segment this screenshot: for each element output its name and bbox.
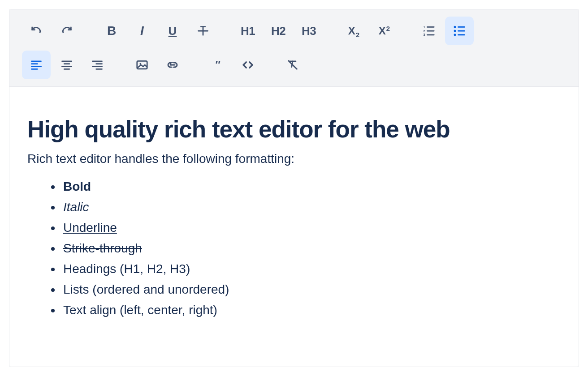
- list-item-text: Lists (ordered and unordered): [63, 282, 229, 296]
- list-item: Headings (H1, H2, H3): [61, 262, 561, 276]
- underline-button[interactable]: U: [158, 17, 187, 45]
- content-intro: Rich text editor handles the following f…: [27, 152, 561, 166]
- align-left-icon: [30, 59, 43, 71]
- h1-button[interactable]: H1: [233, 17, 262, 45]
- editor-content[interactable]: High quality rich text editor for the we…: [9, 87, 579, 359]
- list-item-text: Text align (left, center, right): [63, 303, 217, 317]
- unordered-list-icon: [453, 24, 466, 38]
- align-right-button[interactable]: [83, 51, 112, 79]
- subscript-icon: X2: [348, 25, 359, 37]
- strikethrough-icon: [197, 25, 209, 37]
- italic-button[interactable]: I: [128, 17, 156, 45]
- image-icon: [135, 58, 149, 72]
- strikethrough-button[interactable]: [189, 17, 217, 45]
- list-item: Lists (ordered and unordered): [61, 282, 561, 297]
- svg-point-11: [454, 34, 456, 36]
- redo-icon: [61, 25, 73, 37]
- subscript-button[interactable]: X2: [339, 17, 368, 45]
- rich-text-editor: B I U H1: [9, 9, 579, 367]
- redo-button[interactable]: [52, 17, 81, 45]
- list-item-text: Italic: [63, 200, 89, 214]
- ordered-list-button[interactable]: 1 2 3: [415, 17, 443, 45]
- list-item: Strike-through: [61, 241, 561, 256]
- align-left-button[interactable]: [22, 51, 51, 79]
- superscript-button[interactable]: X2: [370, 17, 398, 45]
- align-center-button[interactable]: [52, 51, 81, 79]
- svg-text:3: 3: [424, 33, 425, 37]
- list-item: Text align (left, center, right): [61, 303, 561, 317]
- blockquote-button[interactable]: ″: [203, 51, 232, 79]
- h1-icon: H1: [241, 24, 255, 38]
- unordered-list-button[interactable]: [445, 17, 474, 45]
- undo-icon: [30, 25, 43, 37]
- link-icon: [166, 58, 179, 72]
- content-title: High quality rich text editor for the we…: [27, 115, 561, 143]
- align-center-icon: [61, 59, 73, 71]
- align-right-icon: [91, 59, 104, 71]
- clear-formatting-button[interactable]: [278, 51, 307, 79]
- list-item-text: Underline: [63, 221, 117, 235]
- code-icon: [241, 58, 255, 72]
- list-item-text: Bold: [63, 179, 91, 193]
- svg-point-9: [454, 26, 456, 28]
- list-item-text: Headings (H1, H2, H3): [63, 262, 190, 276]
- toolbar: B I U H1: [9, 9, 579, 87]
- svg-text:1: 1: [424, 25, 425, 29]
- bold-button[interactable]: B: [97, 17, 126, 45]
- list-item: Italic: [61, 200, 561, 214]
- h3-button[interactable]: H3: [294, 17, 323, 45]
- code-button[interactable]: [233, 51, 262, 79]
- undo-button[interactable]: [22, 17, 51, 45]
- link-button[interactable]: [158, 51, 187, 79]
- ordered-list-icon: 1 2 3: [422, 24, 436, 38]
- superscript-icon: X2: [379, 25, 389, 37]
- list-item-text: Strike-through: [63, 241, 142, 255]
- quote-icon: ″: [215, 59, 220, 71]
- underline-icon: U: [169, 24, 177, 38]
- svg-text:2: 2: [424, 29, 425, 33]
- italic-icon: I: [140, 24, 144, 38]
- bold-icon: B: [107, 24, 116, 38]
- list-item: Bold: [61, 179, 561, 194]
- h3-icon: H3: [302, 24, 316, 38]
- svg-point-10: [454, 30, 456, 32]
- image-button[interactable]: [128, 51, 156, 79]
- content-list: BoldItalicUnderlineStrike-throughHeading…: [27, 179, 561, 317]
- clear-format-icon: [286, 59, 299, 71]
- h2-icon: H2: [271, 24, 285, 38]
- h2-button[interactable]: H2: [264, 17, 293, 45]
- list-item: Underline: [61, 221, 561, 235]
